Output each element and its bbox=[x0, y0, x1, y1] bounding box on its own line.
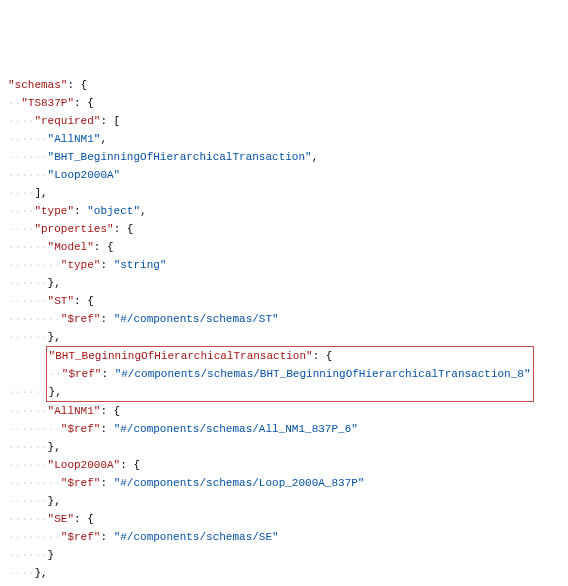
json-punct: : bbox=[74, 205, 87, 217]
code-line: ······"BHT_BeginningOfHierarchicalTransa… bbox=[8, 346, 560, 402]
indent-guide: ········ bbox=[8, 477, 61, 489]
json-key: "$ref" bbox=[61, 477, 101, 489]
json-punct: : [ bbox=[100, 115, 120, 127]
json-punct: : bbox=[101, 368, 114, 380]
json-punct: : { bbox=[120, 459, 140, 471]
json-string: "#/components/schemas/BHT_BeginningOfHie… bbox=[115, 368, 531, 380]
code-line: ········"$ref": "#/components/schemas/Al… bbox=[8, 420, 560, 438]
indent-guide: ······ bbox=[8, 459, 48, 471]
json-punct: : { bbox=[114, 223, 134, 235]
json-string: "Loop2000A" bbox=[48, 169, 121, 181]
code-line: ······}, bbox=[8, 274, 560, 292]
json-punct: : { bbox=[313, 350, 333, 362]
json-string: "#/components/schemas/All_NM1_837P_6" bbox=[114, 423, 358, 435]
indent-guide: ········ bbox=[8, 423, 61, 435]
json-punct: : { bbox=[94, 241, 114, 253]
json-punct: : { bbox=[74, 97, 94, 109]
indent-guide: ······ bbox=[8, 331, 48, 343]
indent-guide: ······ bbox=[8, 405, 48, 417]
indent-guide: ······ bbox=[8, 151, 48, 163]
indent-guide: ······ bbox=[8, 513, 48, 525]
indent-guide: ······ bbox=[8, 241, 48, 253]
code-line: "BHT_BeginningOfHierarchicalTransaction"… bbox=[49, 347, 531, 365]
json-key: "type" bbox=[61, 259, 101, 271]
json-punct: , bbox=[312, 151, 319, 163]
json-string: "BHT_BeginningOfHierarchicalTransaction" bbox=[48, 151, 312, 163]
code-line: ······"Loop2000A": { bbox=[8, 456, 560, 474]
code-line: ······"AllNM1": { bbox=[8, 402, 560, 420]
json-punct: }, bbox=[49, 386, 62, 398]
indent-guide: ······ bbox=[8, 169, 48, 181]
json-punct: }, bbox=[48, 277, 61, 289]
code-line: ··"TS837P": { bbox=[8, 94, 560, 112]
json-punct: : { bbox=[74, 295, 94, 307]
indent-guide: ······ bbox=[8, 386, 48, 398]
json-punct: : bbox=[100, 313, 113, 325]
json-punct: }, bbox=[48, 331, 61, 343]
indent-guide: ···· bbox=[8, 205, 34, 217]
json-key: "Model" bbox=[48, 241, 94, 253]
indent-guide: ········ bbox=[8, 259, 61, 271]
json-punct: }, bbox=[48, 495, 61, 507]
json-punct: }, bbox=[48, 441, 61, 453]
json-key: "ST" bbox=[48, 295, 74, 307]
json-punct: : bbox=[100, 259, 113, 271]
indent-guide: ······ bbox=[8, 549, 48, 561]
code-line: ····"properties": { bbox=[8, 220, 560, 238]
code-line: ····], bbox=[8, 184, 560, 202]
indent-guide: ······ bbox=[8, 133, 48, 145]
json-punct: : { bbox=[67, 79, 87, 91]
code-line: ········"$ref": "#/components/schemas/SE… bbox=[8, 528, 560, 546]
json-string: "#/components/schemas/Loop_2000A_837P" bbox=[114, 477, 365, 489]
json-key: "required" bbox=[34, 115, 100, 127]
json-string: "object" bbox=[87, 205, 140, 217]
json-key: "$ref" bbox=[62, 368, 102, 380]
indent-guide: ········ bbox=[8, 313, 61, 325]
indent-guide: ···· bbox=[8, 223, 34, 235]
code-line: ····"required": [ bbox=[8, 112, 560, 130]
code-line: ····"x-openedi-message-id": "837", bbox=[8, 582, 560, 586]
code-line: ······}, bbox=[8, 328, 560, 346]
json-key: "schemas" bbox=[8, 79, 67, 91]
code-line: ········"type": "string" bbox=[8, 256, 560, 274]
indent-guide: ······ bbox=[8, 441, 48, 453]
indent-guide: ·· bbox=[49, 368, 62, 380]
json-string: "AllNM1" bbox=[48, 133, 101, 145]
code-line: ····}, bbox=[8, 564, 560, 582]
json-punct: , bbox=[100, 133, 107, 145]
json-key: "SE" bbox=[48, 513, 74, 525]
json-key: "AllNM1" bbox=[48, 405, 101, 417]
indent-guide: ······ bbox=[8, 495, 48, 507]
indent-guide: ···· bbox=[8, 187, 34, 199]
code-line: ······"AllNM1", bbox=[8, 130, 560, 148]
code-line: }, bbox=[49, 383, 531, 401]
json-string: "#/components/schemas/ST" bbox=[114, 313, 279, 325]
code-line: ······}, bbox=[8, 492, 560, 510]
indent-guide: ···· bbox=[8, 567, 34, 579]
indent-guide: ········ bbox=[8, 531, 61, 543]
json-punct: : bbox=[100, 477, 113, 489]
code-line: ········"$ref": "#/components/schemas/Lo… bbox=[8, 474, 560, 492]
indent-guide: ······ bbox=[8, 277, 48, 289]
json-snippet: "schemas": {··"TS837P": {····"required":… bbox=[8, 76, 560, 586]
code-line: ······"SE": { bbox=[8, 510, 560, 528]
code-line: ········"$ref": "#/components/schemas/ST… bbox=[8, 310, 560, 328]
json-punct: ], bbox=[34, 187, 47, 199]
json-key: "$ref" bbox=[61, 531, 101, 543]
json-string: "string" bbox=[114, 259, 167, 271]
json-punct: : { bbox=[100, 405, 120, 417]
json-key: "$ref" bbox=[61, 423, 101, 435]
indent-guide: ···· bbox=[8, 115, 34, 127]
json-punct: : bbox=[100, 531, 113, 543]
json-key: "type" bbox=[34, 205, 74, 217]
highlighted-block: "BHT_BeginningOfHierarchicalTransaction"… bbox=[46, 346, 534, 402]
code-line: "schemas": { bbox=[8, 76, 560, 94]
indent-guide: ······ bbox=[8, 295, 48, 307]
code-line: ··"$ref": "#/components/schemas/BHT_Begi… bbox=[49, 365, 531, 383]
indent-guide: ·· bbox=[8, 97, 21, 109]
code-line: ······"ST": { bbox=[8, 292, 560, 310]
json-string: "#/components/schemas/SE" bbox=[114, 531, 279, 543]
code-line: ····"type": "object", bbox=[8, 202, 560, 220]
json-key: "BHT_BeginningOfHierarchicalTransaction" bbox=[49, 350, 313, 362]
json-punct: } bbox=[48, 549, 55, 561]
